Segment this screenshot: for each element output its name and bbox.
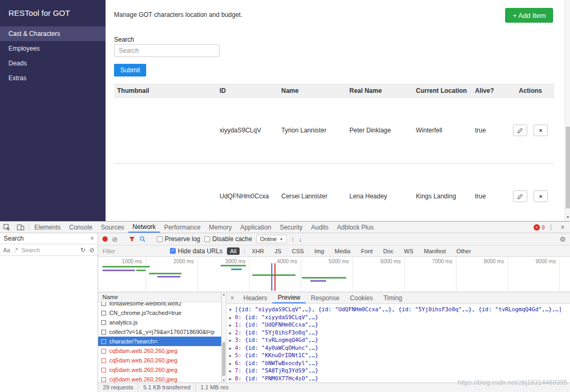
- filter-doc[interactable]: Doc: [380, 247, 397, 255]
- filter-other[interactable]: Other: [453, 247, 474, 255]
- filter-all[interactable]: All: [227, 247, 240, 255]
- file-icon: [101, 339, 106, 344]
- filter-js[interactable]: JS: [271, 247, 284, 255]
- preview-node[interactable]: ▶6 {id: "bNWTwBxocdyl",…}: [229, 360, 570, 368]
- scroll-up-icon[interactable]: ▲: [222, 293, 226, 296]
- detail-tab-cookies[interactable]: Cookies: [345, 292, 378, 303]
- export-har-icon[interactable]: ↓: [299, 236, 302, 243]
- clear-requests-icon[interactable]: ⊘: [112, 236, 118, 243]
- preview-node[interactable]: ▶0 {id: "xiyydaS9CLqV",…}: [229, 314, 570, 322]
- settings-gear-icon[interactable]: ⚙: [559, 236, 566, 243]
- preview-node[interactable]: ▶7 {id: "5A8TjRq3YdS9",…}: [229, 367, 570, 375]
- requests-header[interactable]: Name: [98, 292, 221, 302]
- filter-font[interactable]: Font: [358, 247, 376, 255]
- network-request-row[interactable]: CN_chrome.js?cached=true: [98, 308, 221, 318]
- network-request-row[interactable]: analytics.js: [98, 318, 221, 327]
- tab-security[interactable]: Security: [276, 222, 307, 233]
- search-drawer-close-icon[interactable]: ×: [90, 235, 94, 242]
- preview-value: {id: "5A8TjRq3YdS9",…}: [242, 367, 318, 374]
- record-icon[interactable]: [102, 236, 108, 242]
- filter-xhr[interactable]: XHR: [249, 247, 267, 255]
- sidebar-item-extras[interactable]: Extras: [0, 71, 106, 85]
- import-har-icon[interactable]: ↑: [291, 236, 294, 243]
- inspect-element-icon[interactable]: [0, 222, 14, 233]
- detail-tab-preview[interactable]: Preview: [272, 292, 306, 303]
- preview-key: 8: [235, 375, 242, 381]
- network-timeline-overview[interactable]: 1000 ms 2000 ms 3000 ms 4000 ms 5000 ms …: [98, 257, 570, 292]
- chevron-down-icon: ▼: [279, 237, 283, 241]
- preview-node[interactable]: ▶3 {id: "tvRLogmqQ4Gd",…}: [229, 337, 570, 345]
- detail-tab-timing[interactable]: Timing: [378, 292, 407, 303]
- disable-cache-checkbox[interactable]: Disable cache: [204, 235, 252, 243]
- network-request-row-error[interactable]: cq5dam.web.260.260.jpeg: [98, 365, 221, 375]
- network-request-row-error[interactable]: cq5dam.web.260.260.jpeg: [98, 346, 221, 356]
- edit-button[interactable]: [513, 125, 527, 136]
- error-count-badge[interactable]: × 9: [534, 224, 545, 231]
- tab-elements[interactable]: Elements: [30, 222, 65, 233]
- filter-funnel-icon[interactable]: [129, 236, 135, 242]
- collapse-icon: ▼: [229, 307, 235, 314]
- preview-node[interactable]: ▶5 {id: "KKnuDrIDNt1C",…}: [229, 352, 570, 360]
- throttling-dropdown[interactable]: Online ▼: [256, 235, 287, 243]
- requests-count: 29 requests: [98, 383, 138, 392]
- filter-media[interactable]: Media: [331, 247, 354, 255]
- network-request-row-error[interactable]: cq5dam.web.260.260.jpeg: [98, 356, 221, 365]
- preview-node[interactable]: ▶8 {id: "PNM0X77Hc4sO",…}: [229, 375, 570, 383]
- refresh-icon[interactable]: ↻: [80, 246, 86, 254]
- preview-node[interactable]: ▶1 {id: "UdQFNHm0Ccxa",…}: [229, 321, 570, 329]
- detail-tab-headers[interactable]: Headers: [238, 292, 272, 303]
- filter-img[interactable]: Img: [311, 247, 327, 255]
- tab-sources[interactable]: Sources: [97, 222, 128, 233]
- scrollbar-thumb[interactable]: [566, 127, 570, 208]
- requests-rows: fontawesome-webfont.woff2 CN_chrome.js?c…: [98, 302, 221, 383]
- network-request-row-error[interactable]: cq5dam.web.260.260.jpeg: [98, 375, 221, 383]
- request-filter-input[interactable]: [102, 248, 166, 254]
- filter-ws[interactable]: WS: [401, 247, 417, 255]
- submit-button[interactable]: Submit: [114, 64, 146, 77]
- tab-memory[interactable]: Memory: [205, 222, 236, 233]
- filter-css[interactable]: CSS: [289, 247, 307, 255]
- preserve-log-checkbox[interactable]: Preserve log: [157, 235, 200, 243]
- detail-tab-response[interactable]: Response: [306, 292, 345, 303]
- hide-data-urls-checkbox[interactable]: Hide data URLs: [170, 247, 223, 255]
- regex-toggle[interactable]: .*: [14, 247, 17, 253]
- sidebar-item-employees[interactable]: Employees: [0, 41, 106, 56]
- tab-console[interactable]: Console: [65, 222, 97, 233]
- file-icon: [101, 302, 106, 306]
- match-case-toggle[interactable]: Aa: [3, 247, 10, 253]
- delete-button[interactable]: ×: [534, 125, 548, 136]
- search-input[interactable]: [114, 44, 220, 57]
- network-request-row-selected[interactable]: character?search=: [98, 337, 221, 346]
- detail-close-icon[interactable]: ×: [226, 292, 238, 303]
- page-scrollbar[interactable]: ▼: [565, 0, 570, 221]
- delete-button[interactable]: ×: [534, 190, 548, 202]
- sidebar-item-deads[interactable]: Deads: [0, 56, 106, 71]
- filter-manifest[interactable]: Manifest: [421, 247, 449, 255]
- edit-button[interactable]: [513, 190, 527, 202]
- preview-node[interactable]: ▶4 {id: "4y0aWCqOHunc",…}: [229, 345, 570, 352]
- drawer-search-input[interactable]: [22, 247, 77, 253]
- tab-application[interactable]: Application: [236, 222, 276, 233]
- add-item-button[interactable]: + Add Item: [505, 8, 553, 23]
- network-toolbar: ⊘ Preserve log Disable cache: [98, 233, 570, 245]
- requests-scrollbar[interactable]: ▲ ▼: [222, 292, 226, 383]
- scrollbar-thumb[interactable]: [222, 342, 225, 376]
- tab-network[interactable]: Network: [128, 222, 160, 233]
- tab-performance[interactable]: Performance: [160, 222, 205, 233]
- search-icon[interactable]: [139, 236, 146, 242]
- network-request-row[interactable]: collect?v=1&_v=j79&a=1760718690&t=p: [98, 327, 221, 337]
- sidebar-item-cast-characters[interactable]: Cast & Characters: [0, 26, 106, 41]
- tab-audits[interactable]: Audits: [307, 222, 332, 233]
- name-cell: Cersei Lannister: [278, 193, 346, 200]
- devtools-close-icon[interactable]: ×: [557, 224, 568, 231]
- network-request-row[interactable]: fontawesome-webfont.woff2: [98, 302, 221, 308]
- preview-root-node[interactable]: ▼[{id: "xiyydaS9CLqV",…}, {id: "UdQFNHm0…: [229, 306, 570, 314]
- device-toolbar-icon[interactable]: [14, 222, 27, 233]
- scroll-down-icon[interactable]: ▼: [222, 379, 226, 382]
- scroll-down-icon[interactable]: ▼: [565, 214, 570, 221]
- more-menu-icon[interactable]: ⋮: [546, 224, 556, 231]
- preview-node[interactable]: ▶2 {id: "5Yj0ihsF3o0q",…}: [229, 329, 570, 337]
- tab-adblock-plus[interactable]: Adblock Plus: [333, 222, 378, 233]
- clear-icon[interactable]: ⊘: [89, 246, 94, 254]
- expand-icon: ▶: [229, 352, 235, 360]
